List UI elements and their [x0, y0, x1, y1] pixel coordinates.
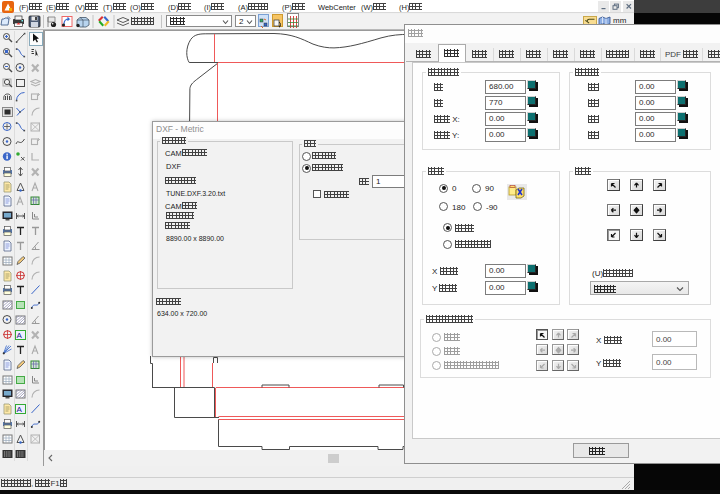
svg-text:A: A [17, 405, 23, 414]
svg-text:A: A [17, 331, 23, 340]
